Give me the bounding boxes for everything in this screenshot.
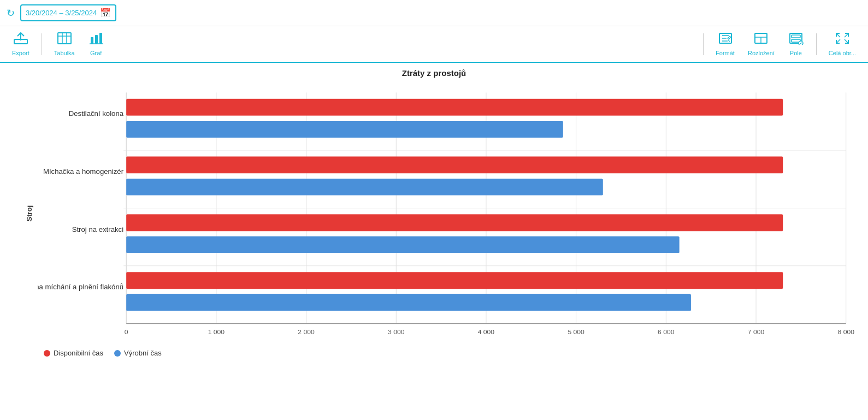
- svg-line-20: [845, 39, 848, 43]
- export-icon: [13, 32, 28, 48]
- toolbar-right-group: Formát Rozložení: [710, 30, 861, 59]
- x-label-8: 8 000: [838, 328, 855, 336]
- x-label-1: 1 000: [208, 328, 225, 336]
- cat-label-4: Stroj na míchání a plnění flakónů: [38, 283, 123, 291]
- x-label-5: 5 000: [568, 328, 584, 336]
- svg-line-19: [836, 39, 840, 43]
- chart-svg: Destilační kolona Míchačka a homogenizér…: [38, 82, 857, 345]
- grid-and-bars: Destilační kolona Míchačka a homogenizér…: [38, 82, 857, 345]
- svg-rect-6: [95, 35, 98, 44]
- table-icon: [57, 32, 72, 48]
- field-icon: [788, 32, 804, 48]
- x-label-4: 4 000: [478, 328, 495, 336]
- table-button[interactable]: Tabulka: [49, 30, 80, 59]
- x-label-2: 2 000: [298, 328, 315, 336]
- format-icon: [718, 32, 733, 48]
- x-label-0: 0: [125, 328, 128, 336]
- svg-rect-5: [91, 37, 93, 44]
- svg-line-18: [845, 33, 848, 37]
- field-label: Pole: [790, 50, 802, 56]
- toolbar: Export Tabulka: [0, 26, 868, 63]
- bar-blue-4: [126, 294, 691, 311]
- bar-blue-3: [126, 236, 679, 253]
- chart-label: Graf: [90, 50, 102, 56]
- toolbar-sep-1: [42, 33, 42, 55]
- table-label: Tabulka: [54, 50, 75, 56]
- chart-inner: Destilační kolona Míchačka a homogenizér…: [38, 82, 857, 345]
- bar-red-1: [126, 99, 783, 116]
- toolbar-view-group: Tabulka Graf: [49, 30, 110, 59]
- layout-icon: [753, 32, 769, 48]
- cat-label-2: Míchačka a homogenizér: [43, 167, 124, 176]
- export-label: Export: [12, 50, 29, 56]
- chart-icon: [88, 32, 104, 48]
- cat-label-3: Stroj na extrakci: [72, 225, 123, 234]
- fullscreen-label: Celá obr...: [829, 50, 856, 56]
- top-bar: ↻ 3/20/2024 – 3/25/2024 📅: [0, 0, 868, 26]
- svg-rect-14: [792, 35, 800, 38]
- svg-point-16: [799, 41, 803, 45]
- bar-blue-2: [126, 179, 603, 196]
- fullscreen-button[interactable]: Celá obr...: [823, 30, 861, 59]
- toolbar-export-group: Export: [7, 30, 35, 59]
- toolbar-sep-2: [703, 33, 704, 55]
- cat-label-1: Destilační kolona: [69, 110, 124, 118]
- refresh-button[interactable]: ↻: [7, 7, 15, 19]
- field-button[interactable]: Pole: [782, 30, 810, 59]
- chart-legend: Disponibilní čas Výrobní čas: [11, 345, 857, 360]
- calendar-icon: 📅: [100, 8, 111, 18]
- chart-container: Ztráty z prostojů Stroj: [0, 63, 868, 366]
- legend-dot-blue: [114, 350, 121, 357]
- chart-button[interactable]: Graf: [82, 30, 110, 59]
- x-label-6: 6 000: [658, 328, 675, 336]
- x-label-3: 3 000: [388, 328, 405, 336]
- format-label: Formát: [716, 50, 735, 56]
- toolbar-sep-3: [816, 33, 817, 55]
- legend-item-blue: Výrobní čas: [114, 349, 162, 357]
- legend-label-blue: Výrobní čas: [124, 349, 162, 357]
- svg-rect-7: [99, 33, 102, 44]
- fullscreen-icon: [835, 32, 850, 48]
- svg-rect-1: [58, 33, 71, 44]
- layout-button[interactable]: Rozložení: [742, 30, 780, 59]
- x-label-7: 7 000: [748, 328, 765, 336]
- svg-line-17: [836, 33, 840, 37]
- export-button[interactable]: Export: [7, 30, 35, 59]
- format-button[interactable]: Formát: [710, 30, 740, 59]
- legend-label-red: Disponibilní čas: [54, 349, 103, 357]
- chart-title: Ztráty z prostojů: [11, 68, 857, 78]
- bar-red-4: [126, 272, 783, 289]
- bar-blue-1: [126, 121, 563, 138]
- legend-dot-red: [44, 350, 50, 357]
- layout-label: Rozložení: [748, 50, 775, 56]
- date-range-value: 3/20/2024 – 3/25/2024: [26, 9, 97, 17]
- bar-red-3: [126, 214, 783, 231]
- legend-item-red: Disponibilní čas: [44, 349, 103, 357]
- y-axis-label: Stroj: [22, 82, 37, 345]
- chart-wrap: Stroj: [22, 82, 857, 345]
- bar-red-2: [126, 156, 783, 173]
- date-range-picker[interactable]: 3/20/2024 – 3/25/2024 📅: [20, 4, 116, 21]
